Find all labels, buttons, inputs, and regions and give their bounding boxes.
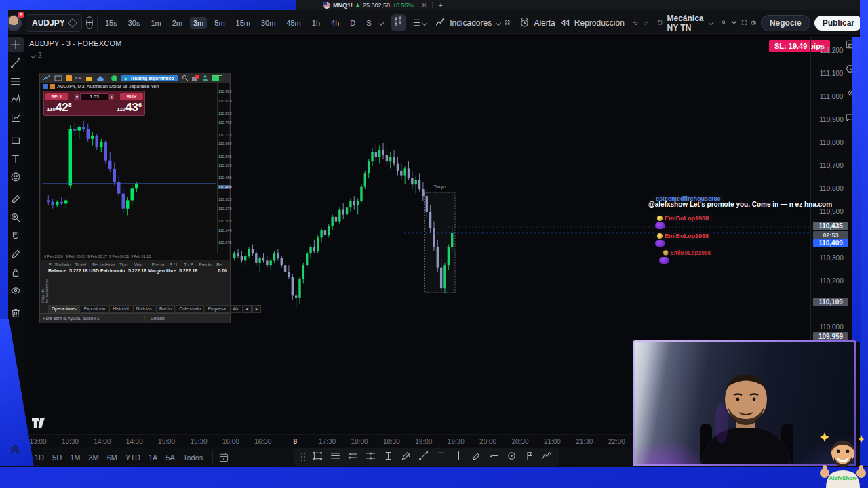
- zoom-in-tool[interactable]: [7, 210, 24, 225]
- position-tool[interactable]: [7, 110, 24, 125]
- timeframes-dropdown-icon[interactable]: [379, 20, 384, 25]
- mt5-user-icon[interactable]: [202, 75, 208, 81]
- mt5-search-icon[interactable]: [182, 75, 189, 81]
- crosshair-tool[interactable]: [7, 37, 24, 52]
- mt5-col-beneficio[interactable]: Be...: [216, 262, 229, 267]
- fav-parallel-lines-tool[interactable]: [330, 450, 341, 464]
- lock-drawings-tool[interactable]: [7, 265, 24, 280]
- fav-horizontal-ray-tool[interactable]: [488, 450, 500, 464]
- mt5-folder-icon[interactable]: [85, 75, 93, 81]
- chat-username[interactable]: EmiBoLop1988: [654, 214, 712, 222]
- indicators-button[interactable]: Indicadores: [435, 17, 500, 28]
- fav-vertical-line-tool[interactable]: [453, 450, 465, 464]
- camera-icon[interactable]: [751, 17, 757, 28]
- timeframe-D[interactable]: D: [347, 17, 359, 29]
- mt5-newchart-icon[interactable]: [54, 75, 62, 81]
- mt5-tab-operaciones[interactable]: Operaciones: [48, 305, 80, 313]
- mt5-ide-icon[interactable]: IDE: [75, 76, 82, 80]
- fib-tool[interactable]: [7, 74, 24, 89]
- chart-style-button[interactable]: [410, 17, 427, 28]
- emoji-tool[interactable]: [7, 169, 24, 184]
- mt5-tab-historial[interactable]: Historial: [109, 305, 132, 313]
- mt5-chart-icon[interactable]: [43, 75, 51, 81]
- fav-levels-tool[interactable]: [365, 450, 376, 464]
- timeframe-15s[interactable]: 15s: [102, 17, 121, 29]
- mt5-col-precio[interactable]: Precio: [152, 262, 170, 267]
- range-YTD[interactable]: YTD: [121, 451, 144, 464]
- range-todos[interactable]: Todos: [179, 451, 207, 464]
- mt5-tab-noticias[interactable]: Noticias: [133, 305, 155, 313]
- watchlist-tab[interactable]: MNQ1! 25.302,50 +0.55% ✕: [323, 2, 427, 9]
- fav-trendline-tool[interactable]: [418, 450, 429, 464]
- mt5-algo-trading-button[interactable]: ▶ Trading algorítmico: [121, 75, 178, 81]
- publish-button[interactable]: Publicar: [814, 16, 863, 30]
- trendline-tool[interactable]: [7, 56, 24, 70]
- replay-button[interactable]: Reproducción: [559, 17, 625, 28]
- mt5-tab-mas[interactable]: Ak: [230, 305, 242, 313]
- fav-circle-tool[interactable]: [506, 450, 517, 464]
- timeframe-45m[interactable]: 45m: [283, 17, 304, 29]
- layout-select-button[interactable]: Mecánica NY TN: [667, 14, 713, 33]
- fav-rect-tool[interactable]: [312, 450, 323, 464]
- timeframe-30s[interactable]: 30s: [125, 17, 144, 29]
- range-5D[interactable]: 5D: [48, 451, 66, 464]
- chat-username[interactable]: EmiBoLop1988: [660, 249, 713, 256]
- mt5-col-ticket[interactable]: Ticket: [75, 262, 92, 267]
- symbol-search-button[interactable]: AUDJPY: [26, 14, 82, 32]
- mt5-cube-icon[interactable]: [66, 75, 72, 81]
- range-3M[interactable]: 3M: [84, 451, 102, 464]
- fav-ray-lines-tool[interactable]: [347, 450, 359, 464]
- mt5-date-axis[interactable]: 6 Feb 20269 Feb 00:039 Feb 00:279 Feb 00…: [43, 254, 216, 260]
- pattern-tool[interactable]: [7, 92, 24, 107]
- trade-button[interactable]: Negocie: [761, 15, 810, 31]
- redo-icon[interactable]: [643, 17, 649, 28]
- fav-text-tool[interactable]: [435, 450, 447, 464]
- alert-button[interactable]: Alerta: [519, 17, 555, 28]
- mt5-tab-empresa[interactable]: Empresa: [205, 305, 229, 313]
- range-1M[interactable]: 1M: [66, 451, 84, 464]
- timeframe-1m[interactable]: 1m: [147, 17, 164, 29]
- mt5-col-sl[interactable]: S / L: [170, 262, 184, 267]
- mt5-col-precio2[interactable]: Precio: [199, 262, 216, 267]
- shapes-tool[interactable]: [7, 133, 24, 148]
- mt5-col-tp[interactable]: T / P: [184, 262, 199, 267]
- mt5-col-fecha[interactable]: Fecha/Hora: [92, 262, 119, 267]
- mt5-col-simbolo[interactable]: Símbolo: [54, 262, 75, 267]
- timeframe-1h[interactable]: 1h: [309, 17, 323, 29]
- timeframe-3m-active[interactable]: 3m: [190, 17, 207, 29]
- chart-type-candles-button[interactable]: [391, 14, 406, 31]
- drawing-mode-tool[interactable]: [7, 247, 24, 262]
- chart-legend-title[interactable]: AUDJPY - 3 - FOREXCOM: [29, 39, 122, 47]
- fav-highlighter-tool[interactable]: [471, 450, 482, 464]
- mt5-tab-exposicion[interactable]: Exposición: [81, 305, 108, 313]
- tokyo-session-box[interactable]: [425, 192, 455, 293]
- fullscreen-icon[interactable]: [741, 17, 747, 28]
- mt5-chart-area[interactable]: AUDJPY, M3: Australian Dollar vs Japanes…: [41, 83, 229, 260]
- compare-add-icon[interactable]: +: [86, 16, 94, 29]
- new-tab-icon[interactable]: +: [438, 1, 442, 9]
- mt5-cloud-icon[interactable]: [96, 75, 104, 81]
- mt5-target-icon[interactable]: [111, 75, 117, 81]
- drag-handle-icon[interactable]: [300, 452, 306, 462]
- text-tool[interactable]: [7, 151, 24, 166]
- layout-grid-icon[interactable]: [505, 17, 511, 28]
- quick-search-icon[interactable]: [721, 17, 727, 28]
- panel-square-icon[interactable]: [657, 17, 663, 28]
- fav-zigzag-tool[interactable]: [541, 450, 553, 464]
- timeframe-30m[interactable]: 30m: [258, 17, 279, 29]
- mt5-tab-calendario[interactable]: Calendario: [176, 305, 203, 313]
- mt5-notifications-icon[interactable]: [192, 75, 199, 81]
- fav-brush-tool[interactable]: [400, 450, 412, 464]
- tab-close-icon[interactable]: ✕: [422, 2, 427, 9]
- mt5-col-tipo[interactable]: Tipo: [119, 262, 134, 267]
- range-6M[interactable]: 6M: [103, 451, 121, 464]
- mt5-tabs-right-icon[interactable]: ▸: [252, 305, 261, 313]
- tradingview-logo[interactable]: [31, 418, 46, 429]
- timeframe-4h[interactable]: 4h: [328, 17, 342, 29]
- range-1D[interactable]: 1D: [31, 451, 48, 464]
- timeframe-15m[interactable]: 15m: [233, 17, 254, 29]
- chat-username[interactable]: EmiBoLop1988: [654, 232, 712, 240]
- mt5-col-volumen[interactable]: Volu...: [134, 262, 152, 267]
- range-5A[interactable]: 5A: [161, 451, 178, 464]
- settings-gear-icon[interactable]: [731, 17, 737, 28]
